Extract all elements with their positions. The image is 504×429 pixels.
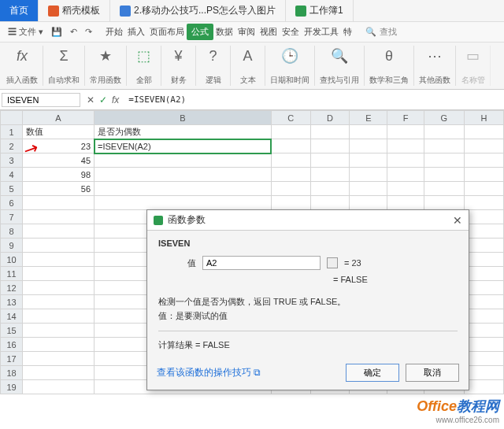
ribbon-search[interactable]: 🔍 查找 xyxy=(365,26,397,38)
cell[interactable]: 是否为偶数 xyxy=(94,125,272,139)
formula-toolbar: fx插入函数 Σ自动求和 ★常用函数 ⬚全部 ¥财务 ?逻辑 A文本 🕒日期和时… xyxy=(0,43,504,90)
row-header[interactable]: 5 xyxy=(1,182,23,196)
arg-desc: 值：是要测试的值 xyxy=(158,309,458,324)
btn-all[interactable]: ⬚全部 xyxy=(127,46,161,86)
function-desc: 检测一个值是否为偶数，返回 TRUE 或 FALSE。 xyxy=(158,295,458,309)
cell-active[interactable]: =ISEVEN(A2) xyxy=(94,139,272,153)
row-header[interactable]: 2 xyxy=(1,139,23,153)
col-header[interactable]: A xyxy=(23,111,94,125)
ok-button[interactable]: 确定 xyxy=(346,364,399,382)
close-icon[interactable]: ✕ xyxy=(453,214,462,227)
calc-result: 计算结果 = FALSE xyxy=(158,339,458,351)
dialog-titlebar[interactable]: 函数参数 ✕ xyxy=(147,210,469,231)
tab-doc2[interactable]: 2.移动办公技巧...PS怎么导入图片 xyxy=(110,0,286,21)
wps-icon xyxy=(48,6,59,17)
qa-undo[interactable]: ↶ xyxy=(67,25,80,39)
row-header[interactable]: 4 xyxy=(1,168,23,182)
rtab-review[interactable]: 审阅 xyxy=(235,24,258,40)
document-tabs: 首页 稻壳模板 2.移动办公技巧...PS怎么导入图片 工作簿1 xyxy=(0,0,504,22)
watermark: Office教程网 www.office26.com xyxy=(417,397,499,424)
row-header[interactable]: 1 xyxy=(1,125,23,139)
ribbon-tabs: 开始 插入 页面布局 公式 数据 审阅 视图 安全 开发工具 特 xyxy=(103,24,354,40)
col-header[interactable]: G xyxy=(424,111,465,125)
function-result: = FALSE xyxy=(333,275,458,284)
tab-label: 稻壳模板 xyxy=(62,4,100,17)
btn-lookup[interactable]: 🔍查找与引用 xyxy=(315,46,365,86)
range-picker-icon[interactable] xyxy=(327,257,338,268)
col-header[interactable]: C xyxy=(271,111,310,125)
rtab-dev[interactable]: 开发工具 xyxy=(302,24,341,40)
app-icon xyxy=(154,216,163,225)
cancel-button[interactable]: 取消 xyxy=(406,364,459,382)
cell[interactable]: 98 xyxy=(23,168,94,182)
cell[interactable]: 数值 xyxy=(23,125,94,139)
formula-bar: ✕ ✓ fx =ISEVEN(A2) xyxy=(0,90,504,110)
dialog-title: 函数参数 xyxy=(168,213,206,227)
fx-cancel-icon[interactable]: ✕ xyxy=(87,94,94,105)
col-header[interactable]: B xyxy=(94,111,272,125)
row-header[interactable]: 3 xyxy=(1,153,23,168)
rtab-insert[interactable]: 插入 xyxy=(125,24,147,40)
col-header[interactable]: E xyxy=(350,111,387,125)
btn-insert-fn[interactable]: fx插入函数 xyxy=(2,46,43,86)
rtab-security[interactable]: 安全 xyxy=(280,24,302,40)
qa-redo[interactable]: ↷ xyxy=(82,25,95,39)
btn-datetime[interactable]: 🕒日期和时间 xyxy=(265,46,315,86)
col-header[interactable]: H xyxy=(465,111,504,125)
cell[interactable]: 56 xyxy=(23,182,94,196)
select-all-corner[interactable] xyxy=(1,111,23,125)
help-link[interactable]: 查看该函数的操作技巧 ⧉ xyxy=(157,366,261,379)
arg-eval: = 23 xyxy=(344,258,361,268)
sheet-icon xyxy=(295,6,306,17)
function-name: ISEVEN xyxy=(158,239,458,248)
rtab-view[interactable]: 视图 xyxy=(258,24,280,40)
rtab-start[interactable]: 开始 xyxy=(103,24,125,40)
fx-accept-icon[interactable]: ✓ xyxy=(99,94,107,105)
tab-label: 工作簿1 xyxy=(309,4,343,17)
btn-other[interactable]: ⋯其他函数 xyxy=(414,46,456,86)
btn-finance[interactable]: ¥财务 xyxy=(161,46,196,86)
btn-math[interactable]: θ数学和三角 xyxy=(365,46,414,86)
arg-input[interactable] xyxy=(202,256,321,270)
col-header[interactable]: D xyxy=(310,111,350,125)
name-box[interactable] xyxy=(2,93,80,107)
file-menu[interactable]: ☰ 文件 ▾ xyxy=(5,24,46,39)
arg-label: 值 xyxy=(158,257,196,269)
rtab-layout[interactable]: 页面布局 xyxy=(147,24,187,40)
btn-common[interactable]: ★常用函数 xyxy=(85,46,127,86)
word-icon xyxy=(120,6,131,17)
col-header[interactable]: F xyxy=(387,111,424,125)
tab-label: 2.移动办公技巧...PS怎么导入图片 xyxy=(134,4,276,17)
formula-input[interactable]: =ISEVEN(A2) xyxy=(124,93,504,106)
rtab-formula[interactable]: 公式 xyxy=(187,24,213,40)
tab-templates[interactable]: 稻壳模板 xyxy=(39,0,110,21)
fx-icon[interactable]: fx xyxy=(112,94,119,105)
tab-home[interactable]: 首页 xyxy=(0,0,39,21)
ribbon-row: ☰ 文件 ▾ 💾 ↶ ↷ 开始 插入 页面布局 公式 数据 审阅 视图 安全 开… xyxy=(0,22,504,43)
rtab-data[interactable]: 数据 xyxy=(213,24,235,40)
btn-names[interactable]: ▭名称管 xyxy=(456,46,491,86)
btn-logic[interactable]: ?逻辑 xyxy=(196,46,231,86)
btn-autosum[interactable]: Σ自动求和 xyxy=(43,46,85,86)
btn-text[interactable]: A文本 xyxy=(231,46,265,86)
rtab-more[interactable]: 特 xyxy=(341,24,354,40)
tab-workbook[interactable]: 工作簿1 xyxy=(286,0,354,21)
function-args-dialog: 函数参数 ✕ ISEVEN 值 = 23 = FALSE 检测一个值是否为偶数，… xyxy=(146,209,469,390)
qa-save[interactable]: 💾 xyxy=(48,25,65,39)
